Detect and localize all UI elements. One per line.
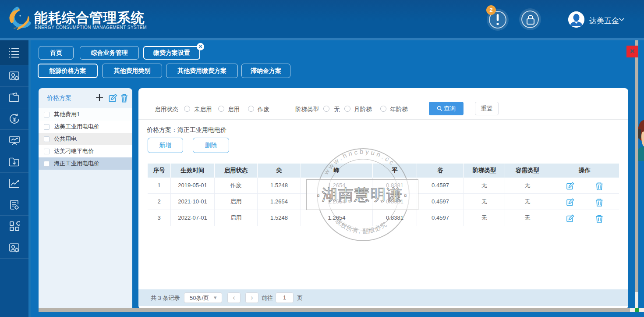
svg-text:版权所有, 翻版必究: 版权所有, 翻版必究 [334,217,388,235]
svg-text:www.hncbyun.cc: www.hncbyun.cc [322,148,397,176]
